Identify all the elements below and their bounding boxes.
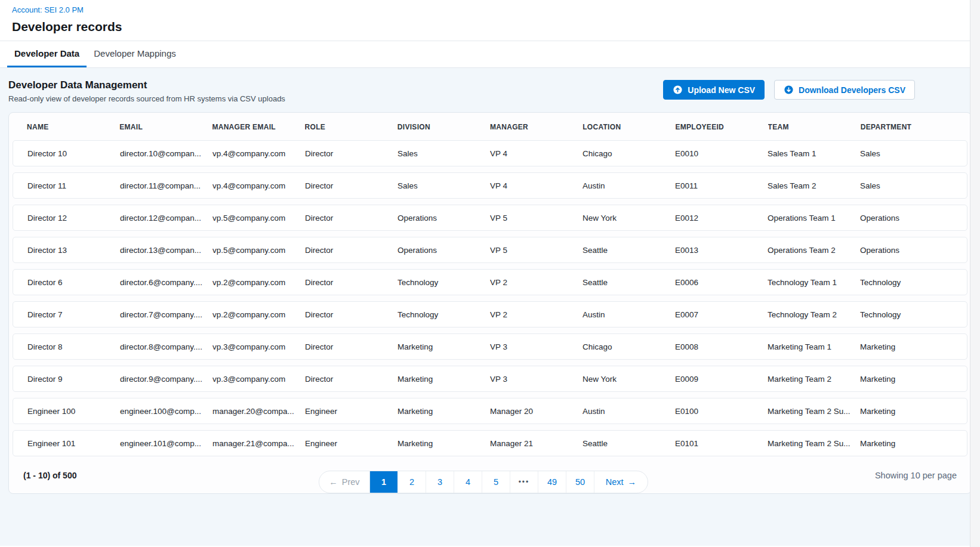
table-cell: Seattle bbox=[583, 246, 675, 255]
table-footer: (1 - 10) of 500 ← Prev 12345•••4950 Next… bbox=[9, 463, 971, 493]
table-cell: Engineer 100 bbox=[27, 407, 120, 416]
page-button-5[interactable]: 5 bbox=[482, 471, 510, 493]
table-cell: director.10@compan... bbox=[120, 149, 212, 158]
page-button-2[interactable]: 2 bbox=[397, 471, 426, 493]
table-cell: Operations bbox=[397, 214, 490, 222]
per-page-text: Showing 10 per page bbox=[875, 471, 957, 480]
table-cell: VP 3 bbox=[490, 342, 583, 351]
pagination-ellipsis: ••• bbox=[510, 471, 538, 493]
table-cell: vp.3@company.com bbox=[212, 342, 305, 351]
table-cell: Sales Team 1 bbox=[768, 149, 860, 158]
table-cell: Austin bbox=[583, 310, 675, 319]
table-cell: Technology bbox=[860, 278, 953, 287]
upload-csv-button[interactable]: Upload New CSV bbox=[663, 80, 765, 100]
upload-button-label: Upload New CSV bbox=[688, 85, 755, 95]
table-cell: vp.2@company.com bbox=[212, 278, 305, 287]
table-cell: VP 5 bbox=[490, 246, 583, 255]
table-cell: VP 3 bbox=[490, 375, 583, 384]
table-cell: Director 12 bbox=[27, 214, 120, 222]
section-title: Developer Data Management bbox=[8, 79, 285, 91]
record-range-text: (1 - 10) of 500 bbox=[23, 471, 76, 480]
account-link[interactable]: Account: SEI 2.0 PM bbox=[12, 5, 968, 15]
table-cell: Director bbox=[305, 342, 397, 351]
table-cell: Technology bbox=[397, 278, 490, 287]
prev-label: Prev bbox=[342, 477, 360, 487]
table-cell: VP 2 bbox=[490, 310, 583, 319]
arrow-right-icon: → bbox=[628, 477, 637, 487]
column-header: MANAGER bbox=[490, 123, 583, 131]
table-cell: Engineer 101 bbox=[27, 439, 120, 448]
table-cell: Director bbox=[305, 181, 397, 190]
table-cell: Marketing bbox=[397, 342, 490, 351]
table-cell: Marketing Team 2 Su... bbox=[768, 407, 860, 416]
table-cell: Director 9 bbox=[27, 375, 120, 384]
table-cell: manager.21@compa... bbox=[212, 439, 305, 448]
column-header: DIVISION bbox=[397, 123, 490, 131]
table-cell: Sales Team 2 bbox=[768, 181, 860, 190]
table-cell: Manager 21 bbox=[490, 439, 583, 448]
table-cell: E0013 bbox=[675, 246, 768, 255]
table-row: Director 13director.13@compan...vp.5@com… bbox=[13, 237, 967, 263]
table-cell: Marketing Team 2 bbox=[768, 375, 860, 384]
table-cell: director.7@company.... bbox=[120, 310, 212, 319]
csv-button-group: Upload New CSV Download Developers CSV bbox=[663, 80, 915, 100]
download-button-label: Download Developers CSV bbox=[799, 85, 905, 95]
tab-content: Developer Data Management Read-only view… bbox=[0, 68, 980, 546]
arrow-left-icon: ← bbox=[329, 477, 338, 487]
table-cell: Manager 20 bbox=[490, 407, 583, 416]
table-cell: Marketing Team 2 Su... bbox=[768, 439, 860, 448]
column-header: LOCATION bbox=[583, 123, 675, 131]
table-cell: Technology bbox=[860, 310, 953, 319]
table-cell: Sales bbox=[397, 149, 490, 158]
table-cell: Operations bbox=[860, 214, 953, 222]
table-cell: Marketing Team 1 bbox=[768, 342, 860, 351]
table-cell: Engineer bbox=[305, 439, 397, 448]
table-cell: vp.5@company.com bbox=[212, 246, 305, 255]
table-cell: New York bbox=[583, 214, 675, 222]
column-header: NAME bbox=[27, 123, 119, 131]
table-cell: Marketing bbox=[860, 439, 953, 448]
table-cell: vp.3@company.com bbox=[212, 375, 305, 384]
table-cell: manager.20@compa... bbox=[212, 407, 305, 416]
table-row: Engineer 100engineer.100@comp...manager.… bbox=[13, 398, 967, 424]
download-csv-button[interactable]: Download Developers CSV bbox=[774, 80, 915, 100]
page-button-4[interactable]: 4 bbox=[454, 471, 482, 493]
table-cell: Marketing bbox=[397, 407, 490, 416]
page-button-50[interactable]: 50 bbox=[566, 471, 594, 493]
table-row: Director 12director.12@compan...vp.5@com… bbox=[13, 205, 967, 231]
page-button-1[interactable]: 1 bbox=[369, 471, 397, 493]
table-cell: Sales bbox=[860, 149, 953, 158]
section-subtitle: Read-only view of developer records sour… bbox=[8, 94, 285, 104]
table-cell: director.11@compan... bbox=[120, 181, 212, 190]
table-cell: E0006 bbox=[675, 278, 768, 287]
table-panel: NAMEEMAILMANAGER EMAILROLEDIVISIONMANAGE… bbox=[8, 112, 972, 494]
table-row: Director 7director.7@company....vp.2@com… bbox=[13, 301, 967, 327]
tab-developer-data[interactable]: Developer Data bbox=[7, 41, 87, 67]
table-cell: vp.2@company.com bbox=[212, 310, 305, 319]
table-cell: Sales bbox=[860, 181, 953, 190]
table-row: Director 9director.9@company....vp.3@com… bbox=[13, 366, 967, 392]
table-cell: New York bbox=[583, 375, 675, 384]
table-cell: VP 5 bbox=[490, 214, 583, 222]
vertical-scrollbar[interactable] bbox=[970, 0, 980, 547]
page-button-49[interactable]: 49 bbox=[538, 471, 566, 493]
table-cell: director.9@company.... bbox=[120, 375, 212, 384]
prev-page-button[interactable]: ← Prev bbox=[319, 471, 369, 493]
table-cell: Director bbox=[305, 375, 397, 384]
table-cell: vp.5@company.com bbox=[212, 214, 305, 222]
table-cell: Director bbox=[305, 149, 397, 158]
table-cell: Austin bbox=[583, 407, 675, 416]
tab-developer-mappings[interactable]: Developer Mappings bbox=[87, 41, 183, 67]
table-cell: engineer.100@comp... bbox=[120, 407, 212, 416]
table-cell: director.6@company.... bbox=[120, 278, 212, 287]
table-cell: Operations Team 1 bbox=[768, 214, 860, 222]
table-cell: vp.4@company.com bbox=[212, 181, 305, 190]
table-cell: E0008 bbox=[675, 342, 768, 351]
table-cell: director.12@compan... bbox=[120, 214, 212, 222]
table-cell: E0012 bbox=[675, 214, 768, 222]
upload-icon bbox=[673, 85, 683, 95]
page-button-3[interactable]: 3 bbox=[426, 471, 454, 493]
table-cell: vp.4@company.com bbox=[212, 149, 305, 158]
section-header: Developer Data Management Read-only view… bbox=[8, 79, 972, 104]
next-page-button[interactable]: Next → bbox=[594, 471, 648, 493]
